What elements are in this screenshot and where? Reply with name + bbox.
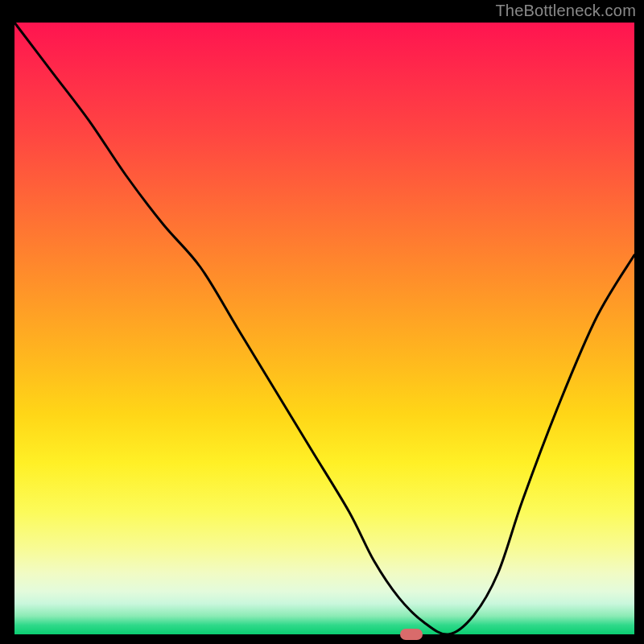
bottleneck-curve-path — [14, 23, 634, 634]
chart-frame: TheBottleneck.com — [0, 0, 644, 644]
optimal-marker — [400, 629, 423, 640]
plot-outer — [14, 23, 634, 634]
watermark-text: TheBottleneck.com — [495, 2, 636, 20]
bottleneck-curve-svg — [14, 23, 634, 634]
plot-area — [14, 23, 634, 634]
